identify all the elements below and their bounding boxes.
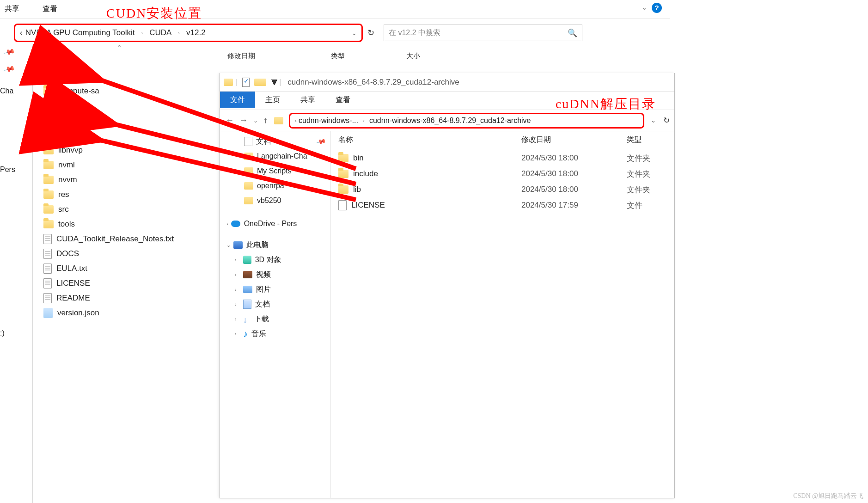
- sidebar-item[interactable]: ›文档: [220, 297, 330, 312]
- list-item[interactable]: res: [42, 187, 217, 202]
- sidebar-item-label: OneDrive - Pers: [244, 220, 297, 228]
- sidebar-item-label: 音乐: [251, 329, 266, 339]
- nav-up-icon[interactable]: ↑: [263, 116, 269, 125]
- highlighted-folder[interactable]: bin: [43, 69, 77, 83]
- expand-icon[interactable]: ›: [235, 316, 237, 322]
- ribbon-tab-share[interactable]: 共享: [5, 4, 19, 14]
- item-label: lib: [61, 131, 69, 140]
- list-item[interactable]: bin2024/5/30 18:00文件夹: [331, 150, 674, 166]
- sidebar-item[interactable]: 文档📌: [220, 134, 330, 149]
- sidebar-item-label: openrpa: [257, 182, 284, 190]
- list-item[interactable]: nvvm: [42, 172, 217, 187]
- address-bar-front[interactable]: ‹ cudnn-windows-... › cudnn-windows-x86_…: [289, 113, 644, 129]
- column-header-name[interactable]: 名称: [338, 135, 521, 145]
- sidebar-item[interactable]: ›图片: [220, 282, 330, 297]
- list-item[interactable]: libnvvp: [42, 143, 217, 158]
- ribbon-tab-file[interactable]: 文件: [220, 92, 255, 108]
- list-item[interactable]: EULA.txt: [42, 261, 217, 276]
- highlighted-folder[interactable]: lib: [43, 129, 74, 142]
- sidebar-item-label: 3D 对象: [255, 255, 281, 265]
- sidebar-item[interactable]: My Scripts: [220, 164, 330, 178]
- list-item[interactable]: lib2024/5/30 18:00文件夹: [331, 182, 674, 197]
- item-label: libnvvp: [58, 146, 83, 155]
- expand-icon[interactable]: ›: [235, 301, 237, 307]
- column-header-name[interactable]: 名称: [42, 51, 217, 61]
- breadcrumb-sep-icon: ›: [141, 30, 143, 36]
- collapse-column-icon[interactable]: ⌃: [116, 44, 122, 51]
- column-header-type[interactable]: 类型: [627, 135, 674, 145]
- expand-icon[interactable]: ›: [235, 257, 237, 263]
- qat-dropdown-icon[interactable]: ⯆: [271, 78, 276, 86]
- file-icon: [43, 293, 52, 303]
- item-label: lib: [353, 185, 361, 194]
- address-dropdown-icon[interactable]: ⌄: [651, 117, 656, 124]
- list-item[interactable]: CUDA_Toolkit_Release_Notes.txt: [42, 232, 217, 246]
- sidebar-item[interactable]: ›♪音乐: [220, 326, 330, 341]
- list-item[interactable]: lib: [42, 128, 217, 143]
- list-item[interactable]: nvml: [42, 158, 217, 172]
- qat-properties-icon[interactable]: [242, 78, 250, 87]
- ribbon-tab-view[interactable]: 查看: [325, 92, 361, 108]
- divider: [32, 45, 33, 503]
- highlighted-folder[interactable]: include: [43, 114, 92, 128]
- list-item[interactable]: README: [42, 291, 217, 306]
- item-label: tools: [58, 220, 75, 229]
- file-icon: [43, 249, 52, 259]
- sidebar-item[interactable]: Langchain-Cha: [220, 149, 330, 164]
- ribbon-tab-view[interactable]: 查看: [43, 4, 57, 14]
- expand-icon[interactable]: ›: [235, 272, 237, 277]
- item-label: DOCS: [56, 249, 79, 258]
- list-item[interactable]: version.json: [42, 306, 217, 320]
- refresh-icon[interactable]: ↻: [663, 116, 670, 125]
- ribbon-collapse-icon[interactable]: ⌄: [642, 4, 647, 11]
- sidebar-item-label: 下载: [254, 314, 269, 324]
- breadcrumb-item[interactable]: CUDA: [149, 28, 171, 37]
- list-item[interactable]: tools: [42, 217, 217, 232]
- list-item[interactable]: include2024/5/30 18:00文件夹: [331, 166, 674, 182]
- sidebar-item[interactable]: ›3D 对象: [220, 252, 330, 267]
- ribbon-tab-home[interactable]: 主页: [255, 92, 290, 108]
- list-item[interactable]: compute-sa: [42, 84, 217, 98]
- sidebar-item[interactable]: openrpa: [220, 178, 330, 193]
- sidebar-item-onedrive[interactable]: › OneDrive - Pers: [220, 216, 330, 231]
- item-label: nvvm: [58, 175, 77, 184]
- nav-back-icon[interactable]: ←: [225, 116, 235, 125]
- breadcrumb-item[interactable]: cudnn-windows-x86_64-8.9.7.29_cuda12-arc…: [369, 117, 531, 125]
- breadcrumb-item[interactable]: cudnn-windows-...: [299, 117, 358, 125]
- list-item[interactable]: LICENSE: [42, 276, 217, 291]
- expand-icon[interactable]: ›: [226, 221, 228, 227]
- item-label: bin: [353, 153, 364, 163]
- expand-icon[interactable]: ›: [235, 331, 237, 337]
- column-header-type[interactable]: 类型: [331, 52, 345, 61]
- list-item[interactable]: DOCS: [42, 246, 217, 261]
- search-icon[interactable]: 🔍: [568, 28, 577, 38]
- search-placeholder: 在 v12.2 中搜索: [389, 28, 440, 38]
- nav-recent-icon[interactable]: ⌄: [252, 117, 259, 124]
- qat-folder-icon[interactable]: [254, 79, 266, 86]
- breadcrumb-item[interactable]: NVIDIA GPU Computing Toolkit: [25, 28, 135, 37]
- help-icon[interactable]: ?: [652, 3, 662, 13]
- sidebar-item[interactable]: ›下载: [220, 312, 330, 326]
- column-header-date[interactable]: 修改日期: [227, 52, 255, 61]
- collapse-icon[interactable]: ⌄: [226, 242, 231, 248]
- list-item[interactable]: src: [42, 202, 217, 217]
- folder-icon: [338, 170, 348, 178]
- list-item[interactable]: bin: [42, 69, 217, 84]
- refresh-icon[interactable]: ↻: [367, 28, 374, 38]
- downloads-icon: [243, 315, 251, 323]
- sidebar-item-thispc[interactable]: ⌄ 此电脑: [220, 238, 330, 252]
- list-item[interactable]: include: [42, 113, 217, 128]
- item-modified: 2024/5/30 18:00: [521, 153, 627, 163]
- list-item[interactable]: extras: [42, 98, 217, 113]
- list-item[interactable]: LICENSE2024/5/30 17:59文件: [331, 197, 674, 213]
- column-header-size[interactable]: 大小: [406, 52, 420, 61]
- address-dropdown-icon[interactable]: ⌄: [352, 30, 357, 37]
- ribbon-tab-share[interactable]: 共享: [290, 92, 325, 108]
- sidebar-item[interactable]: vb5250: [220, 193, 330, 208]
- breadcrumb-item[interactable]: v12.2: [186, 28, 206, 37]
- address-bar-back[interactable]: ‹ NVIDIA GPU Computing Toolkit › CUDA › …: [14, 24, 363, 42]
- column-header-date[interactable]: 修改日期: [521, 135, 627, 145]
- expand-icon[interactable]: ›: [235, 287, 237, 292]
- sidebar-item[interactable]: ›视频: [220, 267, 330, 282]
- search-box-back[interactable]: 在 v12.2 中搜索 🔍: [384, 25, 582, 41]
